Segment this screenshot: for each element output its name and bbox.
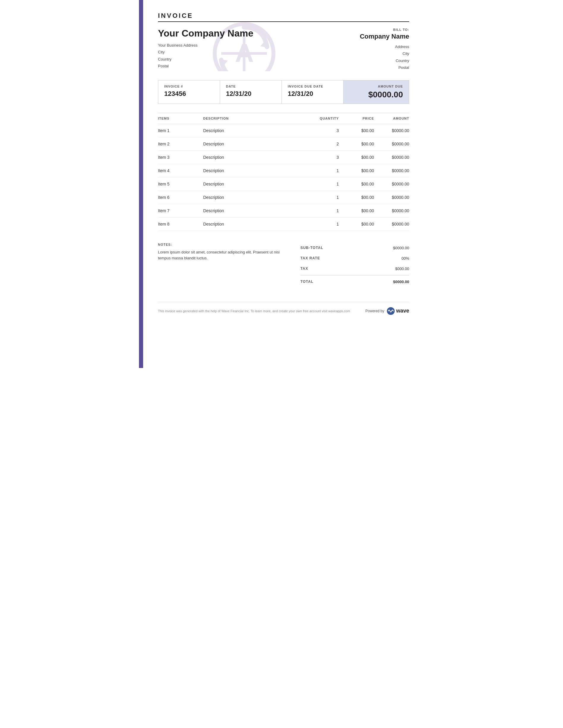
amount-due-label: AMOUNT DUE [350,85,403,88]
invoice-due-date-cell: INVOICE DUE DATE 12/31/20 [282,80,343,104]
table-row: Item 5 Description 1 $00.00 $0000.00 [158,177,409,191]
invoice-date-value: 12/31/20 [226,90,275,98]
invoice-meta-row: INVOICE # 123456 DATE 12/31/20 INVOICE D… [158,80,409,104]
subtotal-label: SUB-TOTAL [301,246,324,250]
row-amount-4: $0000.00 [374,164,409,177]
invoice-meta-left: INVOICE # 123456 DATE 12/31/20 INVOICE D… [158,80,344,104]
footer-legal-text: This invoice was generated with the help… [158,309,366,313]
bill-address: Address City Country Postal [360,43,409,71]
bill-city: City [360,50,409,57]
row-desc-8: Description [203,217,309,231]
amount-due-cell: AMOUNT DUE $0000.00 [344,80,409,104]
company-postal: Postal [158,63,360,69]
row-desc-1: Description [203,124,309,137]
col-header-amount: AMOUNT [374,113,409,124]
total-label: TOTAL [301,280,314,284]
col-header-items: ITEMS [158,113,203,124]
row-desc-3: Description [203,150,309,164]
row-price-1: $00.00 [339,124,374,137]
powered-by-section: Powered by wave [366,307,409,315]
row-desc-5: Description [203,177,309,191]
row-item-2: Item 2 [158,137,203,150]
table-row: Item 6 Description 1 $00.00 $0000.00 [158,191,409,204]
col-header-quantity: QUANTITY [309,113,339,124]
row-amount-3: $0000.00 [374,150,409,164]
row-desc-7: Description [203,204,309,217]
table-row: Item 2 Description 2 $00.00 $0000.00 [158,137,409,150]
bill-postal: Postal [360,64,409,71]
row-item-4: Item 4 [158,164,203,177]
row-desc-2: Description [203,137,309,150]
bill-to-section: BILL TO: Company Name Address City Count… [360,28,409,71]
company-info: Your Company Name Your Business Address … [158,28,360,71]
table-row: Item 4 Description 1 $00.00 $0000.00 [158,164,409,177]
company-address: Your Business Address City Country Posta… [158,42,360,70]
bill-country: Country [360,57,409,64]
invoice-number-value: 123456 [164,90,214,98]
row-desc-4: Description [203,164,309,177]
row-price-5: $00.00 [339,177,374,191]
total-value: $0000.00 [393,280,409,284]
col-header-price: PRICE [339,113,374,124]
invoice-title: INVOICE [158,12,409,22]
row-amount-5: $0000.00 [374,177,409,191]
row-qty-2: 2 [309,137,339,150]
notes-label: NOTES: [158,243,289,246]
footer-section: NOTES: Lorem ipsum dolor sit amet, conse… [158,243,409,287]
total-row: TOTAL $0000.00 [301,277,409,287]
row-amount-6: $0000.00 [374,191,409,204]
row-item-8: Item 8 [158,217,203,231]
bill-to-label: BILL TO: [360,28,409,31]
row-amount-8: $0000.00 [374,217,409,231]
invoice-date-cell: DATE 12/31/20 [220,80,282,104]
row-amount-1: $0000.00 [374,124,409,137]
row-qty-7: 1 [309,204,339,217]
header-section: A INVOICE Your Company Name Your Busines… [158,12,409,71]
row-item-1: Item 1 [158,124,203,137]
row-price-4: $00.00 [339,164,374,177]
row-price-2: $00.00 [339,137,374,150]
notes-section: NOTES: Lorem ipsum dolor sit amet, conse… [158,243,289,287]
table-row: Item 7 Description 1 $00.00 $0000.00 [158,204,409,217]
invoice-number-cell: INVOICE # 123456 [158,80,220,104]
subtotal-value: $0000.00 [393,246,409,250]
invoice-page: A INVOICE Your Company Name Your Busines… [139,0,424,368]
invoice-due-date-value: 12/31/20 [288,90,337,98]
company-street: Your Business Address [158,42,360,49]
company-name: Your Company Name [158,28,360,39]
powered-by-label: Powered by [366,309,384,313]
tax-row: TAX $000.00 [301,264,409,274]
row-price-3: $00.00 [339,150,374,164]
bill-street: Address [360,43,409,50]
row-item-6: Item 6 [158,191,203,204]
bill-company-name: Company Name [360,33,409,40]
items-table: ITEMS DESCRIPTION QUANTITY PRICE AMOUNT … [158,113,409,231]
row-qty-8: 1 [309,217,339,231]
tax-rate-value: 00% [402,256,409,261]
row-qty-5: 1 [309,177,339,191]
tax-rate-row: TAX RATE 00% [301,253,409,264]
table-row: Item 1 Description 3 $00.00 $0000.00 [158,124,409,137]
subtotal-row: SUB-TOTAL $0000.00 [301,243,409,253]
wave-icon [387,307,395,315]
wave-logo: wave [387,307,409,315]
tax-label: TAX [301,267,308,271]
table-row: Item 3 Description 3 $00.00 $0000.00 [158,150,409,164]
wave-label: wave [396,308,409,314]
row-amount-7: $0000.00 [374,204,409,217]
left-accent-bar [139,0,143,368]
tax-value: $000.00 [395,267,409,271]
table-row: Item 8 Description 1 $00.00 $0000.00 [158,217,409,231]
row-item-3: Item 3 [158,150,203,164]
invoice-date-label: DATE [226,85,275,88]
row-price-6: $00.00 [339,191,374,204]
row-qty-3: 3 [309,150,339,164]
row-qty-1: 3 [309,124,339,137]
invoice-number-label: INVOICE # [164,85,214,88]
col-header-description: DESCRIPTION [203,113,309,124]
totals-divider [301,275,409,275]
row-qty-6: 1 [309,191,339,204]
totals-section: SUB-TOTAL $0000.00 TAX RATE 00% TAX $000… [301,243,409,287]
invoice-due-date-label: INVOICE DUE DATE [288,85,337,88]
row-desc-6: Description [203,191,309,204]
